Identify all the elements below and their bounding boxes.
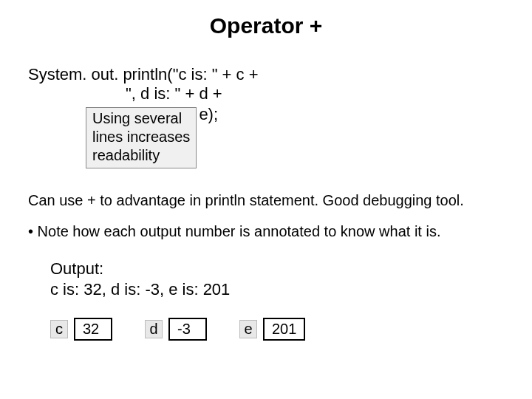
slide-title: Operator + <box>0 13 532 38</box>
var-e-value: 201 <box>263 318 305 341</box>
code-line-2: ", d is: " + d + <box>28 84 259 103</box>
note-line-1: Using several <box>92 109 190 128</box>
var-e-label: e <box>239 320 257 338</box>
code-block: System. out. println("c is: " + c + ", d… <box>28 65 259 104</box>
output-block: Output: c is: 32, d is: -3, e is: 201 <box>50 259 230 299</box>
output-line: c is: 32, d is: -3, e is: 201 <box>50 279 230 300</box>
code-line-1: System. out. println("c is: " + c + <box>28 65 259 84</box>
note-line-3: readability <box>92 146 190 165</box>
paragraph-usage: Can use + to advantage in println statem… <box>28 192 510 209</box>
variable-row: c 32 d -3 e 201 <box>50 318 305 341</box>
output-label: Output: <box>50 259 230 279</box>
var-c-label: c <box>50 320 68 338</box>
paragraph-note: • Note how each output number is annotat… <box>28 223 510 240</box>
slide: Operator + System. out. println("c is: "… <box>0 0 532 399</box>
var-d-value: -3 <box>168 318 207 341</box>
note-line-2: lines increases <box>92 128 190 146</box>
var-c-value: 32 <box>74 318 112 341</box>
readability-note: Using several lines increases readabilit… <box>86 107 197 168</box>
var-d-label: d <box>145 320 163 338</box>
